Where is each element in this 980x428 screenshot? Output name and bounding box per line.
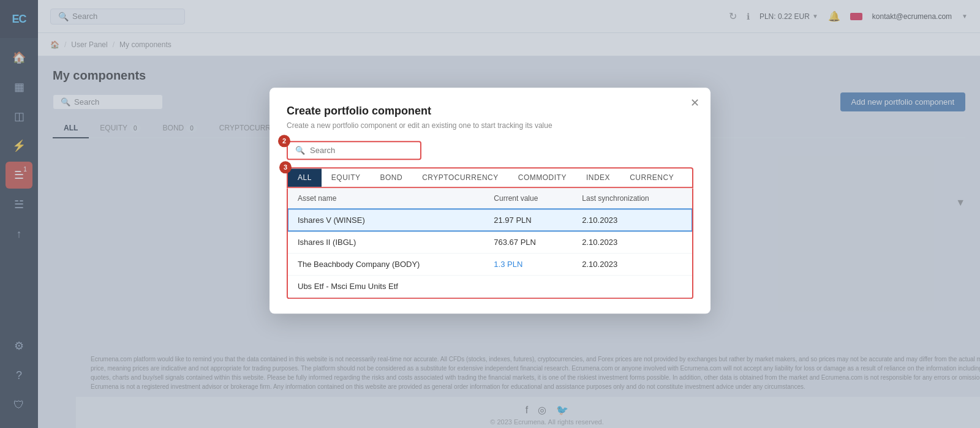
asset-sync: 2.10.2023 [572, 253, 692, 275]
asset-name: Ishares II (IBGL) [288, 231, 484, 253]
asset-name: Ishares V (WINSE) [288, 209, 484, 231]
asset-value: 763.67 PLN [484, 231, 572, 253]
modal-tab-currency[interactable]: CURRENCY [620, 168, 684, 187]
modal-search-wrap: 2 🔍 [287, 141, 693, 160]
modal-tab-cryptocurrency[interactable]: CRYPTOCURRENCY [412, 168, 508, 187]
modal-tabs: ALL EQUITY BOND CRYPTOCURRENCY COMMODITY… [287, 167, 693, 188]
modal-tabs-badge: 3 [279, 161, 292, 173]
asset-sync [572, 275, 692, 297]
table-row[interactable]: Ubs Etf - Msci Emu Units Etf [288, 275, 692, 297]
modal-subtitle: Create a new portfolio component or edit… [287, 121, 693, 130]
asset-value: 1.3 PLN [484, 253, 572, 275]
modal-tab-all[interactable]: ALL [288, 168, 322, 187]
modal-table-head: Asset name Current value Last synchroniz… [288, 188, 692, 209]
col-header-sync: Last synchronization [572, 188, 692, 209]
modal-tab-bond[interactable]: BOND [371, 168, 413, 187]
modal-close-button[interactable]: ✕ [690, 97, 699, 108]
asset-sync: 2.10.2023 [572, 209, 692, 231]
modal-search-icon: 🔍 [295, 146, 305, 155]
table-row[interactable]: Ishares II (IBGL) 763.67 PLN 2.10.2023 [288, 231, 692, 253]
modal-table-container: Asset name Current value Last synchroniz… [287, 188, 693, 299]
col-header-asset: Asset name [288, 188, 484, 209]
modal-search-box[interactable]: 🔍 [287, 141, 421, 160]
modal-search-badge: 2 [278, 135, 290, 147]
table-row[interactable]: Ishares V (WINSE) 21.97 PLN 2.10.2023 [288, 209, 692, 231]
modal-tab-index[interactable]: INDEX [576, 168, 620, 187]
asset-name: The Beachbody Company (BODY) [288, 253, 484, 275]
asset-value [484, 275, 572, 297]
modal-table-body: Ishares V (WINSE) 21.97 PLN 2.10.2023 Is… [288, 209, 692, 297]
table-row[interactable]: The Beachbody Company (BODY) 1.3 PLN 2.1… [288, 253, 692, 275]
modal-table: Asset name Current value Last synchroniz… [288, 188, 692, 298]
modal-tabs-wrap: 3 ALL EQUITY BOND CRYPTOCURRENCY COMMODI… [287, 167, 693, 299]
asset-value: 21.97 PLN [484, 209, 572, 231]
create-portfolio-modal: ✕ Create portfolio component Create a ne… [270, 88, 710, 313]
asset-sync: 2.10.2023 [572, 231, 692, 253]
modal-title: Create portfolio component [287, 105, 693, 118]
col-header-value: Current value [484, 188, 572, 209]
modal-search-input[interactable] [310, 146, 413, 155]
modal-tab-equity[interactable]: EQUITY [322, 168, 371, 187]
modal-tab-commodity[interactable]: COMMODITY [508, 168, 576, 187]
asset-name: Ubs Etf - Msci Emu Units Etf [288, 275, 484, 297]
